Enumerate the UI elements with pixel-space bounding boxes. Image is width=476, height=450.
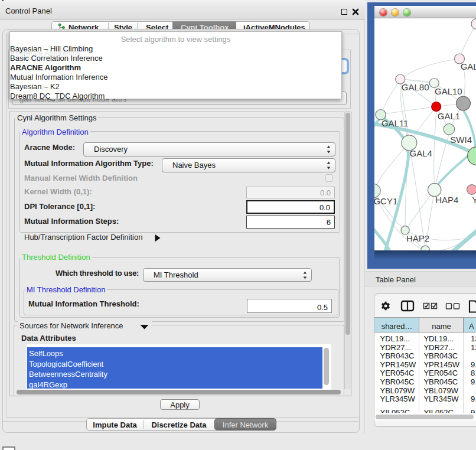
- svg-text:Y: Y: [472, 195, 476, 205]
- svg-text:GAL4: GAL4: [410, 148, 432, 158]
- svg-text:HAP2: HAP2: [406, 233, 429, 243]
- svg-text:SWI4: SWI4: [450, 135, 472, 145]
- svg-text:GAL10: GAL10: [435, 86, 462, 96]
- svg-text:GAL1: GAL1: [438, 111, 460, 121]
- svg-text:GCY1: GCY1: [374, 196, 397, 206]
- svg-text:GAL11: GAL11: [382, 118, 409, 128]
- svg-text:GAL2: GAL2: [461, 61, 476, 71]
- svg-text:GAL80: GAL80: [402, 82, 429, 92]
- svg-text:HAP4: HAP4: [435, 195, 458, 205]
